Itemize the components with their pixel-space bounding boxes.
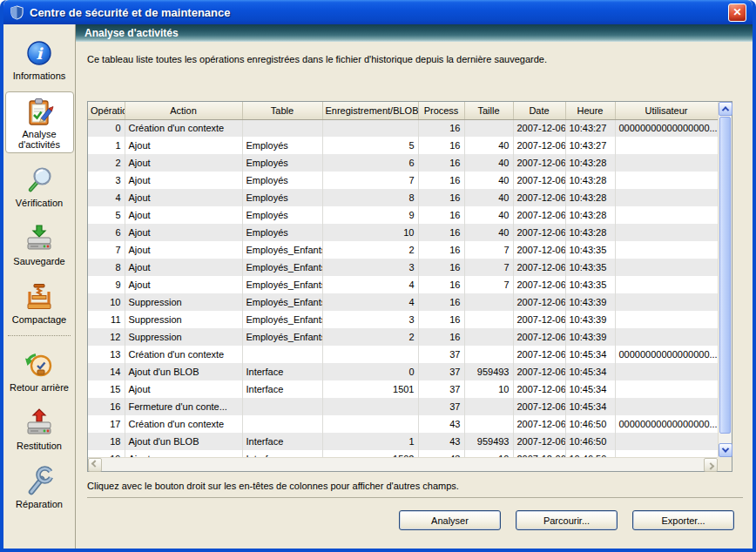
table-cell: 8	[88, 259, 125, 276]
column-header-date[interactable]: Date	[513, 102, 565, 119]
table-row[interactable]: 14Ajout d'un BLOBInterface0379594932007-…	[88, 363, 718, 380]
table-cell: 17	[88, 415, 125, 433]
table-cell: 12	[88, 328, 125, 346]
table-cell: Ajout	[125, 380, 242, 398]
sidebar-item-label: Compactage	[12, 314, 66, 325]
scroll-left-icon[interactable]	[88, 458, 102, 472]
table-row[interactable]: 4AjoutEmployés816402007-12-0610:43:28	[88, 189, 718, 206]
panel-header: Analyse d'activités	[76, 24, 753, 42]
scroll-up-icon[interactable]	[719, 102, 732, 116]
table-row[interactable]: 18Ajout d'un BLOBInterface1439594932007-…	[88, 433, 718, 450]
table-cell: 10:45:34	[565, 398, 615, 415]
table-cell: 1	[88, 137, 125, 154]
exporter-button[interactable]: Exporter...	[632, 510, 734, 530]
column-header-process[interactable]: Process	[418, 102, 464, 119]
scroll-right-icon[interactable]	[704, 458, 718, 472]
table-row[interactable]: 10SuppressionEmployés_Enfants4162007-12-…	[88, 293, 718, 311]
table-cell	[464, 328, 513, 346]
table-cell: 2007-12-06	[513, 259, 565, 276]
table-row[interactable]: 0Création d'un contexte162007-12-0610:43…	[88, 119, 718, 137]
table-cell: 2007-12-06	[513, 241, 565, 259]
table-cell: Ajout	[125, 450, 242, 457]
table-cell	[322, 415, 418, 433]
table-cell: 10:45:34	[565, 363, 615, 380]
table-cell: 2007-12-06	[513, 398, 565, 415]
table-row[interactable]: 15AjoutInterface150137102007-12-0610:45:…	[88, 380, 718, 398]
table-row[interactable]: 3AjoutEmployés716402007-12-0610:43:28	[88, 172, 718, 189]
table-cell: Fermeture d'un conte...	[125, 398, 242, 415]
table-cell: 19	[88, 450, 125, 457]
vertical-scrollbar[interactable]	[718, 102, 732, 457]
table-row[interactable]: 2AjoutEmployés616402007-12-0610:43:28	[88, 154, 718, 172]
table-cell: 43	[418, 415, 464, 433]
table-cell: 16	[418, 119, 464, 137]
table-cell: 10	[88, 293, 125, 311]
compact-press-icon	[24, 281, 55, 313]
sidebar-item-label: Informations	[13, 71, 66, 81]
table-cell: Ajout d'un BLOB	[125, 363, 242, 380]
table-cell: 10:43:27	[565, 137, 615, 154]
table-row[interactable]: 7AjoutEmployés_Enfants21672007-12-0610:4…	[88, 241, 718, 259]
column-header-enregistrement-blob[interactable]: Enregistrement/BLOB	[322, 102, 418, 119]
column-header-utilisateur[interactable]: Utilisateur	[615, 102, 718, 119]
table-row[interactable]: 12SuppressionEmployés_Enfants2162007-12-…	[88, 328, 718, 346]
column-header-action[interactable]: Action	[125, 102, 242, 119]
table-row[interactable]: 17Création d'un contexte432007-12-0610:4…	[88, 415, 718, 433]
table-cell	[615, 450, 718, 457]
table-cell: 16	[418, 154, 464, 172]
sidebar-item-sauvegarde[interactable]: Sauvegarde	[5, 219, 74, 270]
table-cell: 1	[322, 433, 418, 450]
table-cell: Employés_Enfants	[242, 311, 322, 328]
table-cell: 2007-12-06	[513, 433, 565, 450]
table-row[interactable]: 11SuppressionEmployés_Enfants3162007-12-…	[88, 311, 718, 328]
table-cell: 13	[88, 346, 125, 363]
close-button[interactable]: ✕	[728, 3, 746, 22]
table-cell: 959493	[464, 433, 513, 450]
sidebar-item-restitution[interactable]: Restitution	[5, 403, 74, 454]
table-cell: 16	[418, 311, 464, 328]
sidebar-item-label: Vérification	[16, 198, 63, 208]
panel-description: Ce tableau liste toutes les opérations e…	[87, 54, 744, 64]
table-cell	[615, 154, 718, 172]
vertical-scrollbar-thumb[interactable]	[719, 117, 731, 434]
table-cell	[322, 119, 418, 137]
column-header-taille[interactable]: Taille	[464, 102, 513, 119]
main-panel: Analyse d'activités Ce tableau liste tou…	[76, 24, 753, 549]
scroll-down-icon[interactable]	[719, 443, 732, 457]
page-title: Analyse d'activités	[84, 27, 179, 39]
table-cell: 16	[418, 293, 464, 311]
table-row[interactable]: 13Création d'un contexte372007-12-0610:4…	[88, 346, 718, 363]
table-row[interactable]: 9AjoutEmployés_Enfants41672007-12-0610:4…	[88, 276, 718, 293]
column-header-table[interactable]: Table	[242, 102, 322, 119]
footer-divider	[87, 497, 743, 498]
operations-table: Opération#ActionTableEnregistrement/BLOB…	[88, 102, 718, 457]
analyser-button[interactable]: Analyser	[399, 510, 501, 530]
table-cell: 1501	[322, 380, 418, 398]
column-header-operation[interactable]: Opération#	[88, 102, 125, 119]
sidebar-item-retour-arriere[interactable]: Retour arrière	[5, 345, 74, 396]
sidebar-item-verification[interactable]: Vérification	[5, 160, 74, 212]
table-body: 0Création d'un contexte162007-12-0610:43…	[88, 119, 718, 457]
table-cell: 10:46:50	[565, 415, 615, 433]
table-row[interactable]: 1AjoutEmployés516402007-12-0610:43:27	[88, 137, 718, 154]
sidebar-item-analyse-d-activites[interactable]: Analyse d'activités	[5, 91, 74, 153]
table-row[interactable]: 6AjoutEmployés1016402007-12-0610:43:28	[88, 224, 718, 241]
column-header-heure[interactable]: Heure	[565, 102, 615, 119]
table-cell: 5	[88, 206, 125, 224]
table-cell	[464, 293, 513, 311]
table-cell: Création d'un contexte	[125, 119, 242, 137]
table-cell: 2007-12-06	[513, 206, 565, 224]
sidebar-item-reparation[interactable]: Réparation	[5, 461, 74, 513]
table-row[interactable]: 16Fermeture d'un conte...372007-12-0610:…	[88, 398, 718, 415]
sidebar-item-informations[interactable]: i Informations	[5, 33, 74, 84]
horizontal-scrollbar[interactable]	[88, 457, 718, 471]
table-row[interactable]: 8AjoutEmployés_Enfants31672007-12-0610:4…	[88, 259, 718, 276]
table-cell: 16	[418, 276, 464, 293]
table-cell	[615, 433, 718, 450]
sidebar-item-compactage[interactable]: Compactage	[5, 277, 74, 328]
table-row[interactable]: 5AjoutEmployés916402007-12-0610:43:28	[88, 206, 718, 224]
parcourir-button[interactable]: Parcourir...	[516, 510, 618, 530]
table-cell: 37	[418, 398, 464, 415]
table-row[interactable]: 19AjoutInterface150243102007-12-0610:46:…	[88, 450, 718, 457]
table-cell	[615, 259, 718, 276]
